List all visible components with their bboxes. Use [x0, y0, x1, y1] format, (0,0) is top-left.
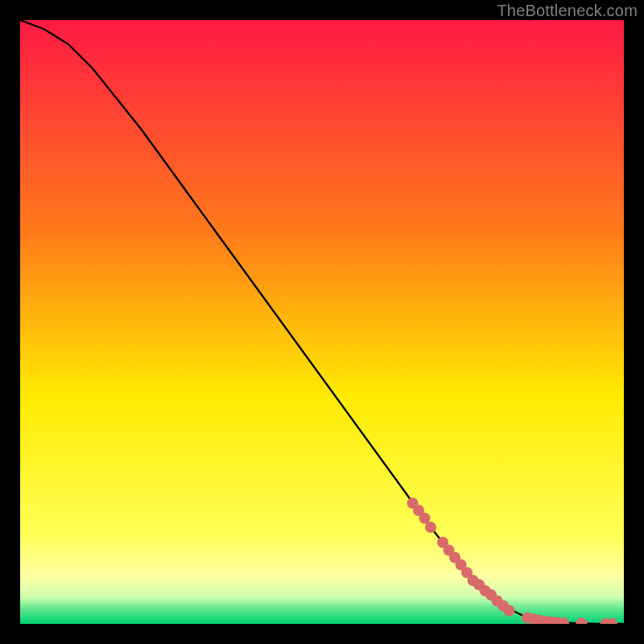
plot-background [20, 20, 624, 624]
plot-area [20, 20, 624, 624]
chart-svg [20, 20, 624, 624]
chart-frame: TheBottleneck.com [0, 0, 644, 644]
attribution-label: TheBottleneck.com [497, 2, 638, 20]
data-marker [425, 522, 436, 533]
data-marker [504, 605, 515, 617]
